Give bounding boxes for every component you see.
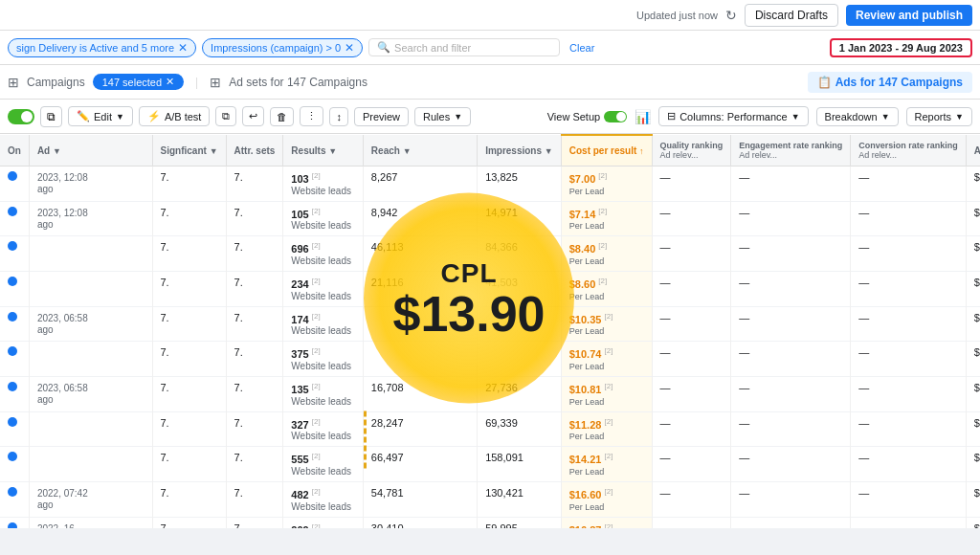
ads-label[interactable]: 📋 Ads for 147 Campaigns xyxy=(808,72,972,93)
cell-on[interactable] xyxy=(0,271,29,306)
cell-reach: 28,247 xyxy=(363,411,477,447)
ads-text: Ads for 147 Campaigns xyxy=(835,76,963,89)
cell-reach xyxy=(363,342,477,377)
cell-conversion: — xyxy=(851,481,967,517)
ab-test-button[interactable]: ⚡ A/B test xyxy=(139,106,211,126)
cell-results: 482 [2] Website leads xyxy=(283,481,364,517)
discard-drafts-button[interactable]: Discard Drafts xyxy=(745,4,838,27)
cell-conversion: — xyxy=(851,201,967,236)
cell-engagement: — xyxy=(731,166,851,202)
table-container: On Ad ▼ Signficant ▼ Attr. sets Results … xyxy=(0,134,980,528)
table-row: 2023, 06:58 ago 7. 7. 135 [2] Website le… xyxy=(0,376,980,411)
cell-cpr: $10.81 [2] Per Lead xyxy=(561,376,652,411)
adsets-label: Ad sets for 147 Campaigns xyxy=(229,76,368,89)
cell-engagement: — xyxy=(731,517,851,528)
edit-button[interactable]: ✏️ Edit ▼ xyxy=(68,106,133,126)
preview-button[interactable]: Preview xyxy=(354,107,409,126)
cell-engagement: — xyxy=(731,447,851,482)
cell-attr: 7. xyxy=(226,517,283,528)
cell-conversion: — xyxy=(851,447,967,482)
cell-spent: $3,525.84 xyxy=(966,517,980,528)
columns-icon: ⊟ xyxy=(667,110,676,122)
review-publish-button[interactable]: Review and publish xyxy=(846,5,972,26)
cell-on[interactable] xyxy=(0,342,29,377)
cell-on[interactable] xyxy=(0,166,29,202)
cell-engagement: — xyxy=(731,306,851,342)
col-engagement[interactable]: Engagement rate rankingAd relev... xyxy=(731,135,851,166)
cell-ad: 2023, 06:58 ago xyxy=(29,306,152,342)
cell-ad xyxy=(29,342,152,377)
toggle-small[interactable] xyxy=(604,111,627,122)
duplicate-button[interactable]: ⧉ xyxy=(215,106,236,126)
col-conversion[interactable]: Conversion rate rankingAd relev... xyxy=(851,135,967,166)
cell-on[interactable] xyxy=(0,411,29,447)
cell-quality: — xyxy=(652,517,731,528)
selected-badge-close[interactable]: ✕ xyxy=(166,76,174,88)
filter-tag-impressions[interactable]: Impressions (campaign) > 0 ✕ xyxy=(202,38,363,57)
clear-button[interactable]: Clear xyxy=(569,42,594,54)
edit-chevron: ▼ xyxy=(116,112,124,122)
cell-on[interactable] xyxy=(0,376,29,411)
cell-spent: $2,013.30 xyxy=(966,271,980,306)
cell-attr: 7. xyxy=(226,271,283,306)
filter-tag-delivery[interactable]: sign Delivery is Active and 5 more ✕ xyxy=(8,38,196,57)
delete-button[interactable]: 🗑 xyxy=(270,107,294,126)
view-setup[interactable]: View Setup xyxy=(547,111,627,122)
cell-quality: — xyxy=(652,236,731,272)
filter-search[interactable]: 🔍 Search and filter xyxy=(368,38,560,56)
cell-spent: $4,028.82 xyxy=(966,342,980,377)
filter-tag-impressions-text: Impressions (campaign) > 0 xyxy=(211,42,341,54)
breakdown-button[interactable]: Breakdown ▼ xyxy=(816,107,899,126)
refresh-icon[interactable]: ↻ xyxy=(725,8,737,23)
cell-on[interactable] xyxy=(0,517,29,528)
cell-cpr: $7.00 [2] Per Lead xyxy=(561,166,652,202)
columns-button[interactable]: ⊟ Columns: Performance ▼ xyxy=(658,106,808,126)
cell-ad xyxy=(29,411,152,447)
reports-button[interactable]: Reports ▼ xyxy=(906,107,972,126)
more-button[interactable]: ⋮ xyxy=(300,106,323,126)
cell-on[interactable] xyxy=(0,201,29,236)
col-results[interactable]: Results ▼ xyxy=(283,135,364,166)
col-attr[interactable]: Attr. sets xyxy=(226,135,283,166)
selected-badge[interactable]: 147 selected ✕ xyxy=(93,74,184,90)
col-ad[interactable]: Ad ▼ xyxy=(29,135,152,166)
cell-sig: 7. xyxy=(152,201,226,236)
col-quality[interactable]: Quality rankingAd relev... xyxy=(652,135,731,166)
cell-attr: 7. xyxy=(226,236,283,272)
col-impressions[interactable]: Impressions ▼ xyxy=(478,135,562,166)
cell-on[interactable] xyxy=(0,447,29,482)
search-placeholder: Search and filter xyxy=(394,42,471,54)
cell-results: 555 [2] Website leads xyxy=(283,447,364,482)
ads-table: On Ad ▼ Signficant ▼ Attr. sets Results … xyxy=(0,134,980,528)
cell-on[interactable] xyxy=(0,236,29,272)
col-spent[interactable]: Amount spent ▼ xyxy=(966,135,980,166)
cell-spent: $8,003.60 xyxy=(966,481,980,517)
date-range[interactable]: 1 Jan 2023 - 29 Aug 2023 xyxy=(830,38,972,57)
cell-ad: 2022, 16.. ago xyxy=(29,517,152,528)
cell-cpr: $10.35 [2] Per Lead xyxy=(561,306,652,342)
cell-on[interactable] xyxy=(0,306,29,342)
move-button[interactable]: ↕ xyxy=(329,107,348,126)
col-significant[interactable]: Signficant ▼ xyxy=(152,135,226,166)
cell-impressions: 69,339 xyxy=(478,411,562,447)
reports-chevron: ▼ xyxy=(955,112,964,122)
rules-button[interactable]: Rules ▼ xyxy=(414,107,471,126)
table-row: 7. 7. 327 [2] Website leads 28,247 69,33… xyxy=(0,411,980,447)
cell-conversion: — xyxy=(851,306,967,342)
filter-tag-delivery-close[interactable]: ✕ xyxy=(178,41,188,55)
cell-attr: 7. xyxy=(226,166,283,202)
cell-results: 174 [2] Website leads xyxy=(283,306,364,342)
cell-attr: 7. xyxy=(226,447,283,482)
toggle-button[interactable] xyxy=(8,109,34,124)
cell-quality: — xyxy=(652,166,731,202)
filter-tag-impressions-close[interactable]: ✕ xyxy=(345,41,354,55)
cell-reach: 66,497 xyxy=(363,447,477,482)
cell-engagement: — xyxy=(731,342,851,377)
undo-button[interactable]: ↩ xyxy=(242,106,264,126)
cell-on[interactable] xyxy=(0,481,29,517)
cell-impressions: 13,825 xyxy=(478,166,562,202)
copy-icon[interactable]: ⧉ xyxy=(40,106,62,127)
cell-attr: 7. xyxy=(226,342,283,377)
col-cpr[interactable]: Cost per result ↑ xyxy=(561,135,652,166)
col-reach[interactable]: Reach ▼ xyxy=(363,135,477,166)
